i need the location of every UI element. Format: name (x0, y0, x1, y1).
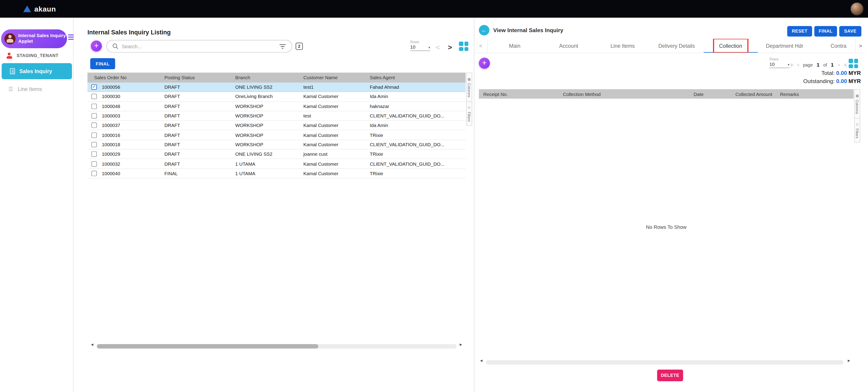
filters-icon: ▽ (855, 122, 859, 126)
add-collection-button[interactable]: + (479, 58, 490, 69)
row-checkbox[interactable] (91, 94, 97, 100)
branch: 1 UTAMA (228, 171, 297, 176)
page-title: Internal Sales Inquiry Listing (88, 29, 171, 35)
sidebar-item-staging-tenant[interactable]: STAGING_TENANT (5, 52, 58, 59)
horizontal-scrollbar[interactable] (97, 344, 457, 348)
save-button[interactable]: SAVE (839, 26, 862, 37)
listing-panel: Internal Sales Inquiry Listing + 2 Rows … (74, 18, 474, 392)
sidebar-item-line-items[interactable]: ☰ Line Items (8, 86, 42, 92)
prev-page-icon[interactable]: < (797, 62, 799, 67)
final-button[interactable]: FINAL (814, 26, 837, 37)
tabs-scroll-left-icon[interactable]: < (474, 39, 488, 53)
filter-icon[interactable] (279, 44, 286, 49)
row-checkbox[interactable] (91, 171, 97, 176)
row-checkbox[interactable] (91, 123, 97, 128)
filters-panel-tab[interactable]: ▽ Filters (855, 118, 860, 142)
scrollbar-thumb[interactable] (97, 344, 318, 348)
table-row[interactable]: 1000003DRAFTWORKSHOPtestCLIENT_VALIDATIO… (88, 111, 466, 121)
table-row[interactable]: 1000032DRAFT1 UTAMAKamal CustomerCLIENT_… (88, 159, 466, 169)
listing-column-header[interactable]: Sales Agent (363, 75, 466, 80)
listing-column-header[interactable]: Customer Name (297, 75, 363, 80)
listing-column-header[interactable]: Sales Order No (88, 75, 158, 80)
collection-column-header[interactable]: Receipt No. (479, 91, 559, 96)
collection-column-header[interactable]: Collected Amount (734, 91, 776, 96)
rows-per-page-select[interactable]: 10 ▾ (410, 44, 430, 51)
delete-button[interactable]: DELETE (657, 370, 683, 381)
add-record-button[interactable]: + (91, 40, 102, 52)
scroll-right-icon[interactable]: ► (847, 359, 851, 362)
branch: OneLiving Branch (228, 94, 297, 100)
row-checkbox[interactable] (91, 161, 97, 166)
columns-panel-label: Columns (855, 100, 859, 114)
grid-view-icon[interactable] (848, 59, 858, 68)
row-checkbox[interactable] (91, 104, 97, 109)
tab-account[interactable]: Account (542, 39, 596, 53)
table-row[interactable]: ✓1000056DRAFTONE LIVING SS2test1Fahad Ah… (88, 83, 466, 92)
row-checkbox[interactable]: ✓ (91, 84, 97, 90)
user-avatar[interactable] (850, 2, 864, 16)
customer-name: Kamal Customer (297, 142, 363, 147)
sidebar-item-sales-inquiry[interactable]: Sales Inquiry (2, 63, 72, 79)
columns-panel-tab[interactable]: ▦ Columns (855, 90, 860, 118)
table-row[interactable]: 1000037DRAFTWORKSHOPKamal CustomerIda Am… (88, 121, 466, 130)
tab-main[interactable]: Main (488, 39, 542, 53)
table-row[interactable]: 1000018DRAFTWORKSHOPKamal CustomerCLIENT… (88, 140, 466, 149)
rows-per-page-select[interactable]: 10 ▾ (769, 61, 789, 68)
table-row[interactable]: 1000029DRAFTONE LIVING SS2joanne custTRi… (88, 149, 466, 159)
view-toggle-icon[interactable]: 2 (296, 43, 303, 50)
table-row[interactable]: 1000016DRAFTWORKSHOPKamal CustomerTRixie (88, 131, 466, 140)
applet-label: Internal Sales Inquiry Applet (18, 33, 67, 44)
prev-page-button[interactable]: < (436, 43, 440, 52)
table-row[interactable]: 1000048DRAFTWORKSHOPKamal Customerhaknaz… (88, 102, 466, 111)
branch: WORKSHOP (228, 123, 297, 128)
row-checkbox[interactable] (91, 132, 97, 138)
customer-name: Kamal Customer (297, 171, 363, 176)
scroll-left-icon[interactable]: ◄ (479, 359, 483, 362)
sidebar-applet-button[interactable]: Internal Sales Inquiry Applet (1, 29, 67, 48)
tab-line-items[interactable]: Line Items (595, 39, 650, 53)
grid-view-icon[interactable] (459, 41, 468, 51)
back-button[interactable]: ← (479, 25, 490, 35)
filters-icon: ▽ (467, 106, 471, 110)
filters-panel-tab[interactable]: ▽ Filters (467, 101, 472, 125)
sales-agent: CLIENT_VALIDATION_GUID_DO... (363, 161, 466, 166)
last-page-icon[interactable]: >| (843, 62, 846, 67)
scroll-left-icon[interactable]: ◄ (90, 342, 94, 346)
collection-column-header[interactable]: Date (689, 91, 734, 96)
sales-order-no: 1000018 (102, 142, 120, 147)
sales-order-no: 1000003 (102, 113, 120, 119)
final-filter-button[interactable]: FINAL (90, 58, 115, 69)
reset-button[interactable]: RESET (787, 26, 812, 37)
tenant-icon (5, 52, 13, 59)
listing-column-header[interactable]: Branch (228, 75, 297, 80)
tab-contra[interactable]: Contra (811, 39, 855, 53)
listing-column-header[interactable]: Posting Status (158, 75, 228, 80)
row-checkbox[interactable] (91, 113, 97, 119)
current-page: 1 (817, 62, 819, 67)
tab-department-hdr[interactable]: Department Hdr (758, 39, 812, 53)
search-input[interactable] (122, 44, 276, 49)
columns-panel-tab[interactable]: ▦ Columns (467, 73, 472, 101)
posting-status: FINAL (158, 171, 228, 176)
horizontal-scrollbar[interactable] (486, 360, 844, 365)
posting-status: DRAFT (158, 151, 228, 157)
first-page-icon[interactable]: |< (790, 62, 793, 67)
tab-collection[interactable]: Collection (704, 39, 758, 53)
tab-delivery-details[interactable]: Delivery Details (650, 39, 704, 53)
line-items-label: Line Items (18, 86, 42, 92)
sales-order-no: 1000032 (102, 161, 120, 166)
tabs-scroll-right-icon[interactable]: > (855, 39, 865, 53)
tab-label: Contra (831, 43, 846, 49)
listing-header-row: Sales Order NoPosting StatusBranchCustom… (88, 73, 466, 83)
total-line: Total: 0.00 MYR (803, 69, 861, 77)
brand-logo[interactable]: akaun (23, 0, 56, 18)
scroll-right-icon[interactable]: ► (459, 342, 463, 346)
table-row[interactable]: 1000030DRAFTOneLiving BranchKamal Custom… (88, 92, 466, 102)
collection-column-header[interactable]: Collection Method (558, 91, 689, 96)
collection-column-header[interactable]: Remarks (776, 91, 854, 96)
row-checkbox[interactable] (91, 151, 97, 157)
table-row[interactable]: 1000040FINAL1 UTAMAKamal CustomerTRixie (88, 169, 466, 178)
next-page-button[interactable]: > (448, 43, 452, 52)
row-checkbox[interactable] (91, 142, 97, 147)
next-page-icon[interactable]: > (837, 62, 839, 67)
